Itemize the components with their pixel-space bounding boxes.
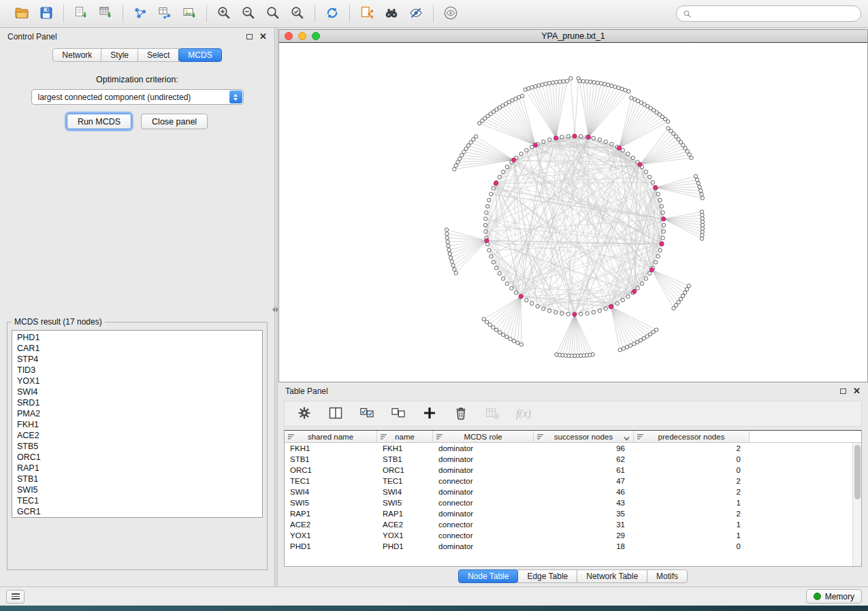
right-column: YPA_prune.txt_1 Table Panel ✕ f(x) share… [278,28,868,587]
select-none-button[interactable] [389,405,407,423]
tab-network[interactable]: Network [52,48,101,62]
zoom-out-button[interactable] [238,3,259,24]
scrollbar-thumb[interactable] [854,445,861,499]
mcds-result-item[interactable]: YOX1 [12,376,262,386]
show-graphics-details-button[interactable] [440,3,462,24]
export-image-button[interactable] [178,3,200,24]
column-header-successor-nodes[interactable]: successor nodes [534,431,634,442]
search-input[interactable] [696,9,854,18]
splitter-handle-icon[interactable] [272,307,278,312]
table-row[interactable]: PHD1PHD1dominator180 [285,541,861,552]
column-header-shared-name[interactable]: shared name [285,431,377,442]
table-row[interactable]: SWI5SWI5connector431 [285,497,861,508]
network-graph[interactable] [279,43,867,382]
mcds-result-item[interactable]: PHD1 [12,332,262,343]
mcds-result-item[interactable]: RAP1 [12,463,262,474]
mcds-result-item[interactable]: SRD1 [12,397,262,408]
import-network-file-button[interactable] [70,3,92,24]
table-row[interactable]: TEC1TEC1connector472 [285,476,861,486]
cell-predecessor-nodes: 2 [634,510,750,518]
column-header-name[interactable]: name [377,431,433,442]
hide-graphics-details-button[interactable] [405,3,427,24]
cell-successor-nodes: 61 [534,466,634,474]
table-scrollbar[interactable] [852,443,861,566]
close-panel-button[interactable]: Close panel [141,114,208,129]
column-header-mcds-role[interactable]: MCDS role [433,431,534,442]
cell-successor-nodes: 46 [534,488,634,496]
tab-node-table[interactable]: Node Table [458,569,519,583]
tab-network-table[interactable]: Network Table [577,569,647,583]
toolbar-group [125,3,204,24]
delete-table-disabled-icon [484,405,500,423]
save-button[interactable] [35,3,57,24]
table-row[interactable]: STB1STB1dominator620 [285,454,861,465]
search-icon [683,10,692,18]
close-table-panel-icon[interactable]: ✕ [853,386,861,395]
tab-edge-table[interactable]: Edge Table [517,569,577,583]
status-bar: Memory [0,587,868,606]
mcds-result-item[interactable]: ACE2 [12,430,262,441]
mcds-result-item[interactable]: SWI5 [12,484,262,495]
tab-motifs[interactable]: Motifs [647,569,688,583]
select-all-icon [359,405,375,423]
export-network-button[interactable] [129,3,151,24]
function-builder-button[interactable]: f(x) [515,405,532,423]
cell-successor-nodes: 18 [534,542,634,550]
network-window-titlebar[interactable]: YPA_prune.txt_1 [279,30,867,42]
mcds-result-list[interactable]: PHD1CAR1STP4TID3YOX1SWI4SRD1PMA2FKH1ACE2… [12,330,263,518]
split-panel-button[interactable] [327,405,344,423]
table-row[interactable]: SWI4SWI4dominator462 [285,486,861,497]
search-binoculars-button[interactable] [381,3,402,24]
zoom-in-button[interactable] [213,3,235,24]
toolbar-separator [123,5,123,22]
table-row[interactable]: FKH1FKH1dominator962 [285,443,861,454]
tab-style[interactable]: Style [101,48,138,62]
mcds-result-item[interactable]: STP4 [12,354,262,365]
column-sort-icon [637,433,644,442]
task-history-button[interactable] [6,590,25,604]
table-row[interactable]: ACE2ACE2connector311 [285,519,861,530]
table-row[interactable]: ORC1ORC1dominator610 [285,465,861,476]
memory-button[interactable]: Memory [806,589,862,604]
zoom-actual-button[interactable] [262,3,284,24]
float-panel-icon[interactable] [246,34,253,39]
tab-select[interactable]: Select [138,48,179,62]
add-column-button[interactable] [421,405,438,423]
run-mcds-button[interactable]: Run MCDS [67,114,131,129]
chevron-down-icon[interactable] [624,434,630,442]
mcds-result-item[interactable]: SWI4 [12,386,262,397]
node-table: shared namenameMCDS rolesuccessor nodesp… [284,430,862,567]
panel-splitter[interactable] [274,28,278,587]
network-canvas[interactable] [279,42,867,382]
export-table-button[interactable] [154,3,176,24]
table-row[interactable]: RAP1RAP1dominator352 [285,508,861,519]
gear-button[interactable] [295,405,313,423]
column-header-predecessor-nodes[interactable]: predecessor nodes [634,431,750,442]
toolbar-icon-groups [7,3,466,24]
tab-mcds[interactable]: MCDS [178,48,221,62]
zoom-fit-selected-button[interactable] [287,3,308,24]
float-table-panel-icon[interactable] [840,389,846,394]
mcds-result-item[interactable]: GCR1 [12,506,262,517]
import-table-file-button[interactable] [95,3,116,24]
table-row[interactable]: YOX1YOX1connector291 [285,530,861,541]
mcds-result-item[interactable]: STB1 [12,474,262,484]
optimization-dropdown[interactable]: largest connected component (undirected) [31,89,244,105]
select-all-button[interactable] [358,405,376,423]
mcds-result-item[interactable]: CAR1 [12,343,262,354]
close-panel-icon[interactable]: ✕ [259,32,267,41]
mcds-result-item[interactable]: FKH1 [12,419,262,430]
refresh-layout-button[interactable] [321,3,343,24]
delete-column-button[interactable] [452,405,470,423]
open-folder-button[interactable] [11,3,33,24]
mcds-result-item[interactable]: PMA2 [12,408,262,419]
column-sort-icon [436,433,443,442]
mcds-result-item[interactable]: TID3 [12,365,262,376]
mcds-result-item[interactable]: ORC1 [12,452,262,463]
share-session-button[interactable] [356,3,378,24]
mcds-result-item[interactable]: TEC1 [12,495,262,506]
open-folder-icon [14,5,30,23]
search-box[interactable] [676,5,861,22]
mcds-result-item[interactable]: STB5 [12,441,262,452]
cell-predecessor-nodes: 0 [634,466,750,474]
